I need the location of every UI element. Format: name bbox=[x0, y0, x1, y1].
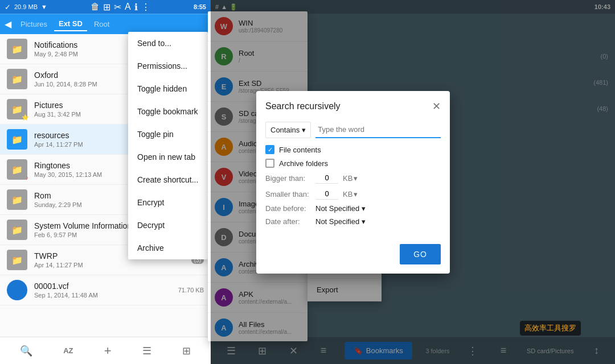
smaller-than-row: Smaller than: KB ▾ bbox=[265, 188, 441, 200]
menu-permissions[interactable]: Permissions... bbox=[128, 55, 208, 77]
grid-view-icon[interactable]: ⊞ bbox=[178, 340, 195, 362]
menu-toggle-hidden[interactable]: Toggle hidden bbox=[128, 77, 208, 100]
menu-decrypt[interactable]: Decrypt bbox=[128, 214, 208, 237]
context-menu: Send to... Permissions... Toggle hidden … bbox=[128, 32, 208, 259]
file-contents-label: File contents bbox=[279, 146, 321, 154]
date-after-label: Date after: bbox=[265, 217, 311, 226]
folder-icon-resources: 📁 bbox=[7, 129, 27, 150]
dialog-header: Search recursively ✕ bbox=[256, 91, 450, 117]
search-word-input[interactable] bbox=[315, 122, 441, 138]
bottom-bar-left: 🔍 AZ + ☰ ⊞ bbox=[0, 337, 211, 364]
file-info-vcf: 00001.vcf Sep 1, 2014, 11:48 AM bbox=[34, 282, 178, 299]
watermark: 高效率工具搜罗 bbox=[520, 321, 581, 336]
unit-dropdown-icon: ▾ bbox=[354, 174, 358, 183]
dialog-close-button[interactable]: ✕ bbox=[432, 100, 441, 113]
folder-icon-oxford: 📁 bbox=[7, 69, 27, 89]
archive-folders-row: Archive folders bbox=[265, 159, 441, 168]
search-row: Contains ▾ bbox=[265, 122, 441, 138]
folder-icon-rom: 📁 bbox=[7, 189, 27, 210]
toolbar-copy-icon[interactable]: ⊞ bbox=[103, 2, 110, 13]
unit-dropdown2-icon: ▾ bbox=[354, 190, 358, 198]
folder-icon-notifications: 📁 bbox=[7, 39, 27, 59]
toolbar-delete-icon[interactable]: 🗑 bbox=[91, 2, 100, 12]
check-icon: ✓ bbox=[5, 3, 11, 11]
search-dialog: Search recursively ✕ Contains ▾ ✓ File c… bbox=[256, 91, 450, 274]
menu-encrypt[interactable]: Encrypt bbox=[128, 191, 208, 214]
bigger-than-row: Bigger than: KB ▾ bbox=[265, 172, 441, 184]
dialog-title: Search recursively bbox=[265, 101, 341, 111]
date-after-row: Date after: Not Specified ▾ bbox=[265, 217, 441, 226]
date-before-dropdown-icon: ▾ bbox=[362, 204, 366, 213]
file-contents-row: ✓ File contents bbox=[265, 145, 441, 154]
storage-size: 20.9 MB bbox=[14, 3, 38, 10]
smaller-than-label: Smaller than: bbox=[265, 190, 311, 198]
folder-icon-system-volume: 📁 bbox=[7, 220, 27, 240]
go-button[interactable]: GO bbox=[400, 244, 441, 264]
search-icon[interactable]: 🔍 bbox=[15, 340, 37, 362]
date-before-row: Date before: Not Specified ▾ bbox=[265, 204, 441, 213]
right-panel: # ▲ 🔋 10:43 ◀ Pictures Root Iran 8 minut… bbox=[211, 0, 615, 364]
vcf-size: 71.70 KB bbox=[178, 287, 204, 293]
smaller-than-input[interactable] bbox=[315, 188, 338, 200]
list-view-icon[interactable]: ☰ bbox=[138, 340, 156, 362]
breadcrumb-pictures[interactable]: Pictures bbox=[16, 18, 52, 31]
smaller-than-unit[interactable]: KB ▾ bbox=[343, 190, 358, 198]
folder-icon-ringtones: 📁 ♪ bbox=[7, 159, 27, 180]
menu-archive[interactable]: Archive bbox=[128, 237, 208, 259]
menu-send-to[interactable]: Send to... bbox=[128, 32, 208, 55]
file-contents-checkbox[interactable]: ✓ bbox=[265, 145, 274, 154]
dialog-body: Contains ▾ ✓ File contents Archive folde… bbox=[256, 117, 450, 239]
menu-toggle-bookmark[interactable]: Toggle bookmark bbox=[128, 100, 208, 123]
date-after-value[interactable]: Not Specified ▾ bbox=[315, 217, 366, 226]
contains-dropdown[interactable]: Contains ▾ bbox=[265, 122, 311, 138]
add-icon[interactable]: + bbox=[100, 339, 116, 363]
folder-icon-pictures: 📁 ⭐ bbox=[7, 99, 27, 119]
archive-folders-checkbox[interactable] bbox=[265, 159, 274, 168]
dropdown-icon: ▼ bbox=[41, 3, 47, 10]
bigger-than-unit[interactable]: KB ▾ bbox=[343, 174, 358, 183]
status-bar-left: ✓ 20.9 MB ▼ 🗑 ⊞ ✂ A ℹ ⋮ 8:55 bbox=[0, 0, 211, 14]
bigger-than-input[interactable] bbox=[315, 172, 338, 184]
breadcrumb-left: ◀ Pictures Ext SD Root bbox=[0, 14, 211, 34]
menu-toggle-pin[interactable]: Toggle pin bbox=[128, 123, 208, 146]
sort-az-icon[interactable]: AZ bbox=[59, 342, 77, 359]
archive-folders-label: Archive folders bbox=[279, 159, 328, 168]
date-before-label: Date before: bbox=[265, 204, 311, 213]
date-after-dropdown-icon: ▾ bbox=[362, 217, 366, 226]
toolbar-text-icon[interactable]: A bbox=[125, 2, 131, 12]
search-dialog-overlay[interactable]: Search recursively ✕ Contains ▾ ✓ File c… bbox=[211, 0, 615, 364]
folder-icon-twrp: 📁 bbox=[7, 250, 27, 270]
dialog-footer: GO bbox=[256, 239, 450, 274]
toolbar-info-icon[interactable]: ℹ bbox=[134, 2, 138, 13]
bigger-than-label: Bigger than: bbox=[265, 174, 311, 183]
breadcrumb-extsd[interactable]: Ext SD bbox=[54, 17, 87, 31]
breadcrumb-root[interactable]: Root bbox=[89, 18, 114, 31]
menu-open-new-tab[interactable]: Open in new tab bbox=[128, 146, 208, 168]
toolbar-more-icon[interactable]: ⋮ bbox=[141, 2, 150, 13]
folder-icon-vcf: 👤 bbox=[7, 280, 27, 300]
dropdown-chevron-icon: ▾ bbox=[302, 126, 306, 134]
check-mark-icon: ✓ bbox=[268, 146, 273, 154]
toolbar-cut-icon[interactable]: ✂ bbox=[114, 2, 121, 13]
menu-create-shortcut[interactable]: Create shortcut... bbox=[128, 168, 208, 191]
time-left: 8:55 bbox=[194, 3, 206, 10]
date-before-value[interactable]: Not Specified ▾ bbox=[315, 204, 366, 213]
file-item-vcf[interactable]: 👤 00001.vcf Sep 1, 2014, 11:48 AM 71.70 … bbox=[0, 275, 211, 305]
nav-back-icon[interactable]: ◀ bbox=[5, 19, 11, 30]
